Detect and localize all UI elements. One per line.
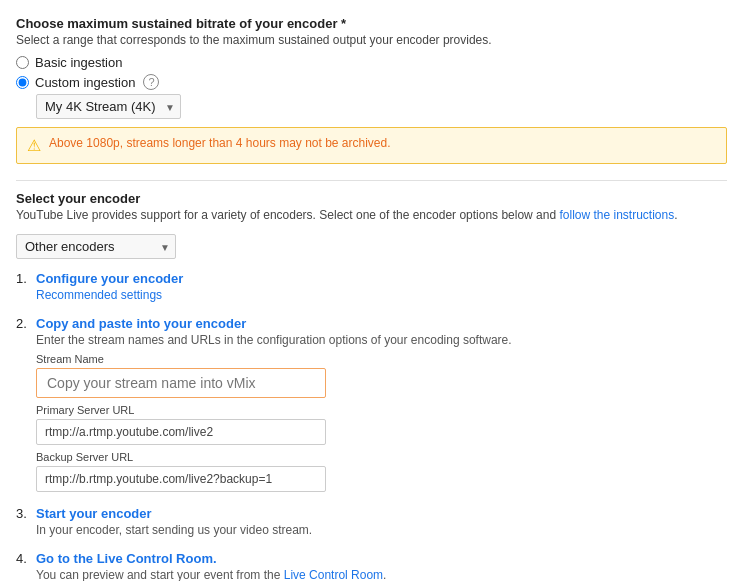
step-4-title: Go to the Live Control Room. xyxy=(36,551,727,566)
encoder-title: Select your encoder xyxy=(16,191,727,206)
step-4-number: 4. xyxy=(16,551,36,581)
stream-quality-dropdown-container: My 4K Stream (4K) 1080p 720p 480p ▼ xyxy=(36,94,181,119)
step-2-row: 2. Copy and paste into your encoder Ente… xyxy=(16,316,727,492)
bitrate-title: Choose maximum sustained bitrate of your… xyxy=(16,16,727,31)
step-1-desc: Recommended settings xyxy=(36,288,727,302)
custom-ingestion-row: Custom ingestion ? xyxy=(16,74,727,90)
step-3-title: Start your encoder xyxy=(36,506,727,521)
stream-quality-select[interactable]: My 4K Stream (4K) 1080p 720p 480p xyxy=(36,94,181,119)
step-4-row: 4. Go to the Live Control Room. You can … xyxy=(16,551,727,581)
step-4-desc-after: . xyxy=(383,568,386,581)
primary-url-input[interactable] xyxy=(36,419,326,445)
basic-ingestion-row: Basic ingestion xyxy=(16,55,727,70)
basic-ingestion-label[interactable]: Basic ingestion xyxy=(35,55,122,70)
warning-icon: ⚠ xyxy=(27,136,41,155)
encoder-section: Select your encoder YouTube Live provide… xyxy=(16,191,727,222)
stream-quality-dropdown-wrapper: My 4K Stream (4K) 1080p 720p 480p ▼ xyxy=(36,94,727,119)
bitrate-subtitle: Select a range that corresponds to the m… xyxy=(16,33,727,47)
stream-name-input[interactable] xyxy=(36,368,326,398)
recommended-settings-link[interactable]: Recommended settings xyxy=(36,288,162,302)
warning-text: Above 1080p, streams longer than 4 hours… xyxy=(49,136,391,150)
basic-ingestion-radio[interactable] xyxy=(16,56,29,69)
step-1-content: Configure your encoder Recommended setti… xyxy=(36,271,727,302)
steps-container: 1. Configure your encoder Recommended se… xyxy=(16,271,727,581)
encoder-subtitle-start: YouTube Live provides support for a vari… xyxy=(16,208,559,222)
step-4-content: Go to the Live Control Room. You can pre… xyxy=(36,551,727,581)
primary-url-label: Primary Server URL xyxy=(36,404,727,416)
step-3-row: 3. Start your encoder In your encoder, s… xyxy=(16,506,727,537)
ingestion-radio-group: Basic ingestion Custom ingestion ? xyxy=(16,55,727,90)
custom-ingestion-radio[interactable] xyxy=(16,76,29,89)
encoder-subtitle-end: . xyxy=(674,208,677,222)
step-3-desc: In your encoder, start sending us your v… xyxy=(36,523,727,537)
section-divider xyxy=(16,180,727,181)
encoder-subtitle-link[interactable]: follow the instructions xyxy=(559,208,674,222)
live-control-room-link[interactable]: Live Control Room xyxy=(284,568,383,581)
step-4-desc: You can preview and start your event fro… xyxy=(36,568,727,581)
step-2-desc: Enter the stream names and URLs in the c… xyxy=(36,333,727,347)
step-2-title: Copy and paste into your encoder xyxy=(36,316,727,331)
step-1-row: 1. Configure your encoder Recommended se… xyxy=(16,271,727,302)
step-2-number: 2. xyxy=(16,316,36,492)
encoder-subtitle: YouTube Live provides support for a vari… xyxy=(16,208,727,222)
step-3-number: 3. xyxy=(16,506,36,537)
warning-box: ⚠ Above 1080p, streams longer than 4 hou… xyxy=(16,127,727,164)
step-3-content: Start your encoder In your encoder, star… xyxy=(36,506,727,537)
backup-url-label: Backup Server URL xyxy=(36,451,727,463)
stream-name-label: Stream Name xyxy=(36,353,727,365)
step-1-title: Configure your encoder xyxy=(36,271,727,286)
help-icon[interactable]: ? xyxy=(143,74,159,90)
bitrate-section: Choose maximum sustained bitrate of your… xyxy=(16,16,727,164)
step-1-number: 1. xyxy=(16,271,36,302)
encoder-dropdown-container: Other encoders OBS Wirecast XSplit vMix … xyxy=(16,234,176,259)
custom-ingestion-label[interactable]: Custom ingestion xyxy=(35,75,135,90)
encoder-dropdown-wrapper: Other encoders OBS Wirecast XSplit vMix … xyxy=(16,234,727,259)
backup-url-input[interactable] xyxy=(36,466,326,492)
step-4-desc-before: You can preview and start your event fro… xyxy=(36,568,284,581)
step-2-content: Copy and paste into your encoder Enter t… xyxy=(36,316,727,492)
encoder-select[interactable]: Other encoders OBS Wirecast XSplit vMix xyxy=(16,234,176,259)
